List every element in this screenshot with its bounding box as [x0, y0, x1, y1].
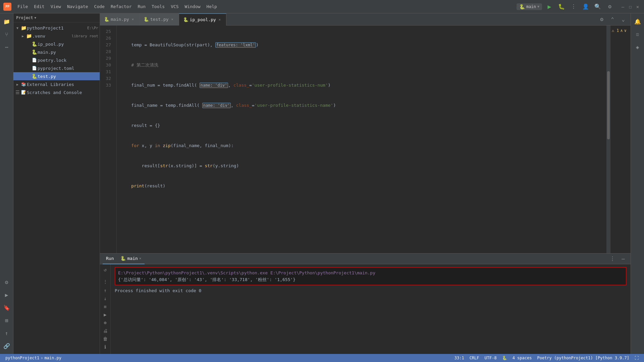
menu-navigate[interactable]: Navigate — [64, 3, 91, 10]
code-highlight-3: name: 'div' — [202, 103, 231, 108]
panel-minimize-icon[interactable]: — — [619, 254, 628, 264]
tree-item-extlibs[interactable]: ▶ 📚 External Libraries — [13, 80, 100, 88]
panel-share-icon[interactable]: ⇌ — [101, 351, 109, 354]
right-panel-icon2[interactable]: ◈ — [632, 42, 643, 52]
nav-down-icon[interactable]: ∨ — [624, 28, 627, 33]
debug-button[interactable]: 🐛 — [557, 2, 566, 11]
status-position[interactable]: 33:1 — [452, 356, 467, 360]
account-icon[interactable]: 👤 — [581, 2, 590, 11]
code-editor[interactable]: 25 26 27 28 29 30 31 32 33 temp = Beauti… — [100, 26, 631, 253]
status-encoding-label: UTF-8 — [485, 356, 497, 360]
status-poetry[interactable]: Poetry (pythonProject1) [Python 3.9.7] — [534, 356, 632, 360]
notifications-icon[interactable]: 🔔 — [632, 16, 643, 27]
settings-button[interactable]: ⚙ — [605, 2, 614, 11]
tree-item-root[interactable]: ▼ 📁 pythonProject1 E:\Pr — [13, 24, 100, 32]
code-line-27: final_num = temp.findAll( name: 'div', c… — [121, 82, 606, 89]
menu-edit[interactable]: Edit — [31, 3, 47, 10]
tab-icon-main: 🐍 — [104, 17, 109, 22]
link-icon[interactable]: 🔗 — [1, 341, 12, 351]
panel-rerun-icon[interactable]: ↺ — [101, 267, 109, 272]
menu-refactor[interactable]: Refactor — [108, 3, 135, 10]
tab-expand-icon[interactable]: ⌃ — [608, 15, 617, 24]
tree-item-ippool[interactable]: 🐍 ip_pool.py — [13, 40, 100, 48]
sidebar-title-row[interactable]: Project ▼ — [16, 15, 36, 20]
terminal-output[interactable]: E:\Project\Python\pythonProject1\.venv\S… — [111, 264, 631, 354]
search-button[interactable]: 🔍 — [593, 2, 602, 11]
editor-scrollbar[interactable] — [606, 26, 610, 253]
line-number-32: 32 — [100, 75, 114, 82]
panel-tab-run[interactable]: Run — [103, 254, 117, 264]
bookmark-icon[interactable]: 🔖 — [1, 302, 12, 313]
panel-run2-icon[interactable]: ▶ — [101, 311, 109, 319]
panel-more-icon[interactable]: ⋮ — [608, 254, 617, 264]
panel-tab-main[interactable]: 🐍 main × — [117, 254, 145, 264]
panel-up-icon[interactable]: ↑ — [101, 286, 109, 295]
tab-test-py[interactable]: 🐍 test.py × — [140, 13, 179, 26]
status-python-icon[interactable]: 🐍 — [499, 356, 510, 360]
panel-tab-main-close[interactable]: × — [139, 256, 142, 261]
status-spaces[interactable]: 4 spaces — [510, 356, 535, 360]
maximize-button[interactable]: ☐ — [627, 4, 633, 10]
panel-info-icon[interactable]: ℹ — [101, 343, 109, 351]
menu-code[interactable]: Code — [92, 3, 107, 10]
menu-tools[interactable]: Tools — [149, 3, 167, 10]
tree-item-poetrylock[interactable]: 📄 poetry.lock — [13, 56, 100, 64]
status-arrow-icon: › — [41, 356, 43, 360]
settings-icon[interactable]: ⚙ — [1, 277, 12, 287]
status-crlf[interactable]: CRLF — [467, 356, 482, 360]
project-view-icon[interactable]: 📁 — [1, 16, 12, 27]
tab-collapse-icon[interactable]: ⌄ — [619, 15, 628, 24]
more-options-button[interactable]: ⋮ — [569, 2, 578, 11]
panel-delete-icon[interactable]: 🗑 — [101, 335, 109, 343]
code-str-2: 'user-profile-statistics-name' — [255, 103, 333, 108]
git-icon[interactable]: ⑂ — [1, 29, 12, 40]
tab-main-py[interactable]: 🐍 main.py × — [100, 13, 140, 26]
minimize-button[interactable]: — — [620, 4, 626, 10]
status-poetry-label: Poetry (pythonProject1) [Python 3.9.7] — [537, 356, 629, 360]
tree-item-venv[interactable]: ▶ 📁 .venv library root — [13, 32, 100, 40]
status-bar: pythonProject1 › main.py 33:1 CRLF UTF-8… — [0, 354, 644, 362]
panel-settings2-icon[interactable]: ⊕ — [101, 319, 109, 327]
run-configuration[interactable]: 🐍 main ▼ — [517, 3, 542, 10]
menu-view[interactable]: View — [48, 3, 64, 10]
tree-arrow-extlibs: ▶ — [15, 83, 20, 86]
panel-print-icon[interactable]: 🖨 — [101, 327, 109, 335]
up-icon[interactable]: ↑ — [1, 328, 12, 338]
tab-close-test[interactable]: × — [170, 17, 175, 21]
tab-ippool-py[interactable]: 🐍 ip_pool.py × — [179, 13, 226, 26]
tree-label-scratches: Scratches and Console — [27, 90, 100, 95]
tab-close-ippool[interactable]: × — [217, 17, 222, 22]
nav-up-icon[interactable]: ∧ — [621, 28, 623, 33]
tab-close-main[interactable]: × — [130, 17, 135, 21]
panel-align-icon[interactable]: ≡ — [101, 303, 109, 311]
status-expand[interactable]: ⛶ — [632, 356, 641, 360]
run-button[interactable]: ▶ — [545, 2, 554, 11]
panel-dots-icon[interactable]: ⋮ — [101, 279, 109, 284]
close-button[interactable]: ✕ — [635, 4, 641, 10]
code-line-26: # 第二次清洗 — [121, 62, 606, 69]
output-line2: {'总访问量': '46,084', '原创': '43', '排名': '33… — [118, 276, 623, 283]
layers-icon[interactable]: ⊞ — [1, 315, 12, 326]
tree-item-pyproject[interactable]: 📄 pyproject.toml — [13, 64, 100, 72]
menu-help[interactable]: Help — [204, 3, 220, 10]
menu-run[interactable]: Run — [135, 3, 148, 10]
tree-item-test[interactable]: 🐍 test.py — [13, 72, 100, 80]
python-icon-main: 🐍 — [31, 49, 38, 55]
tree-item-scratches[interactable]: ☰ 📝 Scratches and Console — [13, 88, 100, 96]
tab-settings-icon[interactable]: ⚙ — [597, 15, 606, 24]
right-panel-icon1[interactable]: ◫ — [632, 29, 643, 40]
tab-label-ippool: ip_pool.py — [190, 17, 216, 22]
panel-content: ↺ ⋮ ↑ ↓ ≡ ▶ ⊕ 🖨 🗑 ℹ ⇌ — [100, 264, 631, 354]
line-number-25: 25 — [100, 28, 114, 35]
menu-vcs[interactable]: VCS — [168, 3, 181, 10]
code-content[interactable]: temp = BeautifulSoup(str(part), features… — [117, 26, 606, 253]
status-encoding[interactable]: UTF-8 — [482, 356, 499, 360]
folder-icon: 📁 — [20, 25, 27, 31]
menu-window[interactable]: Window — [182, 3, 203, 10]
panel-down-icon[interactable]: ↓ — [101, 295, 109, 303]
menu-file[interactable]: File — [15, 3, 31, 10]
status-project[interactable]: pythonProject1 › main.py — [3, 356, 64, 360]
tree-item-main[interactable]: 🐍 main.py — [13, 48, 100, 56]
run-icon[interactable]: ▶ — [1, 289, 12, 300]
more-icon[interactable]: ⋯ — [1, 42, 12, 52]
